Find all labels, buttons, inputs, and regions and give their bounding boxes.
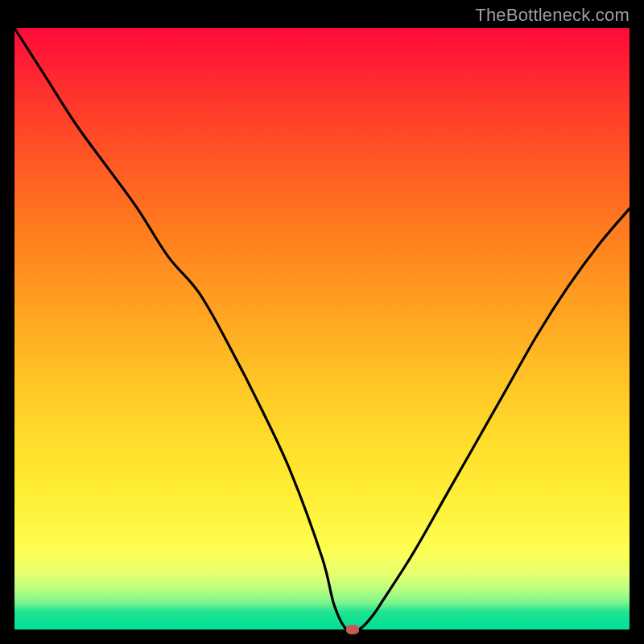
attribution-label: TheBottleneck.com bbox=[475, 5, 630, 26]
chart-frame: TheBottleneck.com bbox=[0, 0, 644, 644]
bottleneck-curve bbox=[14, 28, 630, 630]
plot-area bbox=[14, 28, 630, 630]
optimal-point-marker bbox=[346, 625, 359, 634]
